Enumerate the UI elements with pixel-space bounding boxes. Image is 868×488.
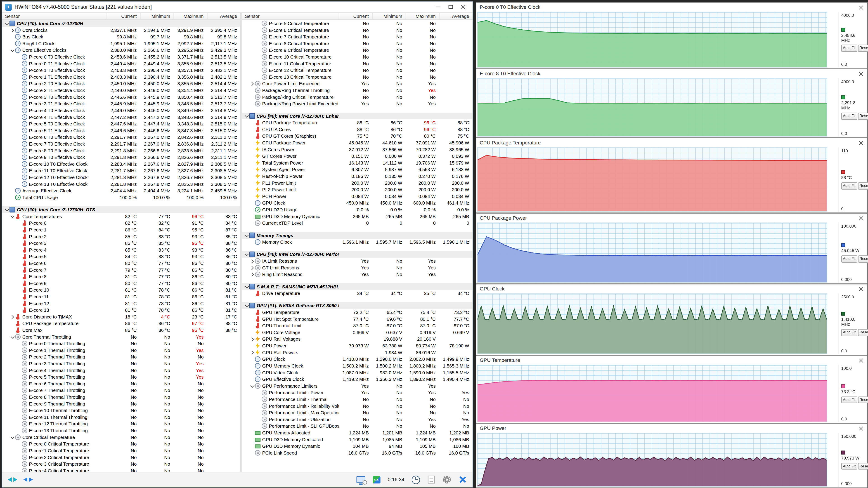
close-icon[interactable] [859,216,864,221]
sensor-row[interactable]: E-core 6 Critical TemperatureNoNoNo [242,27,472,33]
sensor-row[interactable]: P-core 0 T1 Effective Clock2,449.4 MHz2,… [2,60,241,67]
sensor-row[interactable]: GPU Performance LimitersYesNoYes [242,383,472,389]
auto-fit-button[interactable]: Auto Fit [841,255,857,262]
system-summary-button[interactable] [355,474,367,485]
sensor-group-row[interactable]: GPU [#1]: NVIDIA GeForce RTX 3060 Lapt..… [242,302,472,309]
sensor-row[interactable]: GPU Clock450.0 MHz450.0 MHz600.0 MHz461.… [242,200,472,206]
collapse-icon[interactable] [4,207,9,212]
window-titlebar[interactable]: HWiNFO64 v7.40-5000 Sensor Status [221 v… [2,2,472,13]
maximize-button[interactable] [444,3,457,11]
column-header-current[interactable]: Current [339,13,372,20]
graph-titlebar[interactable]: CPU Package Temperature [476,138,867,147]
graph-titlebar[interactable]: GPU Power [476,424,867,433]
sensor-row[interactable]: E-core 10 T0 Effective Clock2,283.4 MHz2… [2,161,241,167]
column-header-minimum[interactable]: Minimum [372,13,406,20]
sensor-row[interactable]: Rest-of-Chip Power0.186 W0.135 W0.270 W0… [242,173,472,180]
sensor-row[interactable]: E-core 8 T0 Effective Clock2,291.8 MHz2,… [2,147,241,154]
sensor-row[interactable]: E-core 1181 °C78 °C86 °C81 °C [2,293,241,300]
reset-button[interactable]: Reset [858,183,868,189]
sensor-group-row[interactable]: Memory Timings [242,232,472,239]
sensor-row[interactable]: P-core 5 Thermal ThrottlingNoNoYes [2,373,241,381]
panel-splitter[interactable] [240,13,242,472]
sensor-row[interactable]: P-core 0 Critical TemperatureNoNoNo [2,441,241,447]
sensor-row[interactable]: E-core 980 °C77 °C86 °C80 °C [2,280,241,287]
sensor-row[interactable]: P-core 4 Thermal ThrottlingNoNoYes [2,367,241,373]
sensor-row[interactable]: Core Distance to TjMAX18 °C4 °C23 °C17 °… [2,314,241,320]
sensor-row[interactable]: GPU Clock1,410.0 MHz1,290.0 MHz2,002.0 M… [242,356,472,363]
column-header-sensor[interactable]: Sensor [242,13,339,20]
sensor-row[interactable]: GPU Memory Allocated1,224 MB1,201 MB1,22… [242,429,472,436]
sensor-row[interactable]: E-core 1381 °C78 °C86 °C81 °C [2,307,241,314]
sensor-row[interactable]: E-core 8 Critical TemperatureNoNoNo [242,40,472,47]
collapse-icon[interactable] [244,113,249,119]
sensor-row[interactable]: IA Limit ReasonsYesNoYes [242,258,472,264]
sensor-row[interactable]: P-core 3 Thermal ThrottlingNoNoYes [2,360,241,367]
sensor-row[interactable]: P-core 2 T1 Effective Clock2,449.0 MHz2,… [2,87,241,94]
sensor-row[interactable]: GPU Core Voltage0.669 V0.637 V0.919 V0.6… [242,329,472,336]
sensor-group-row[interactable]: CPU [#0]: Intel Core i7-12700H [2,20,241,27]
reset-button[interactable]: Reset [858,463,868,470]
sensor-row[interactable]: P-core 186 °C84 °C95 °C87 °C [2,226,241,233]
collapse-icon[interactable] [250,383,255,388]
collapse-icon[interactable] [244,284,249,289]
sensor-row[interactable]: Core Clocks2,337.1 MHz2,194.6 MHz3,291.9… [2,27,241,33]
sensor-row[interactable]: E-core 1081 °C78 °C86 °C81 °C [2,287,241,293]
expand-icon[interactable] [250,81,255,86]
sensor-row[interactable]: E-core 13 Thermal ThrottlingNoNoNo [2,427,241,434]
column-header-minimum[interactable]: Minimum [140,13,174,20]
sensor-row[interactable]: GPU D3D Memory Dedicated1,109 MB1,085 MB… [242,436,472,443]
sensor-group-row[interactable]: CPU [#0]: Intel Core i7-12700H: Performa… [242,251,472,258]
sensor-row[interactable]: P-core 082 °C82 °C91 °C84 °C [2,220,241,226]
collapse-icon[interactable] [244,303,249,308]
sensor-row[interactable]: GPU Memory Clock1,500.2 MHz1,500.2 MHz1,… [242,363,472,369]
sensor-row[interactable]: CPU Package Power45.045 W44.610 W77.091 … [242,139,472,146]
sensor-row[interactable]: E-core 12 T0 Effective Clock2,281.8 MHz2… [2,174,241,181]
sensor-row[interactable]: Current cTDP Level0000 [242,220,472,226]
settings-button[interactable] [441,474,453,485]
sensor-row[interactable]: P-core 5 T0 Effective Clock2,447.6 MHz2,… [2,121,241,127]
close-sensors-button[interactable] [457,474,468,485]
sensor-row[interactable]: P-core 3 Critical TemperatureNoNoNo [2,461,241,467]
sensor-row[interactable]: CPU GT Cores (Graphics)75 °C70 °C80 °C75… [242,133,472,139]
sensor-row[interactable]: E-core 7 T0 Effective Clock2,291.7 MHz2,… [2,140,241,148]
sensor-row[interactable]: P-core 3 T1 Effective Clock2,445.9 MHz2,… [2,100,241,107]
sensor-row[interactable]: P-core 1 Critical TemperatureNoNoNo [2,447,241,454]
sensor-row[interactable]: GPU Rail Powers1.934 W86.016 W [242,349,472,356]
sensor-row[interactable]: CPU IA Cores88 °C86 °C96 °C88 °C [242,126,472,133]
sensor-row[interactable]: P-core 0 T0 Effective Clock2,458.6 MHz2,… [2,54,241,60]
report-button[interactable] [426,474,437,485]
sensor-row[interactable]: Total CPU Usage100.0 %100.0 %100.0 %100.… [2,194,241,201]
sensor-row[interactable]: PCH Power0.084 W0.084 W0.084 W0.084 W [242,193,472,200]
sensors-button[interactable] [371,474,382,485]
collapse-icon[interactable] [10,334,15,339]
close-icon[interactable] [859,71,864,76]
column-header-current[interactable]: Current [106,13,140,20]
sensor-row[interactable]: GPU D3D Memory Dynamic265 MB265 MB265 MB… [242,213,472,220]
sensor-row[interactable]: Memory Clock1,596.1 MHz1,595.7 MHz1,596.… [242,239,472,246]
sensor-row[interactable]: Core Max86 °C86 °C96 °C88 °C [2,327,241,334]
minimize-button[interactable] [431,3,444,11]
sensor-row[interactable]: Package/Ring Power Limit ExceededYesNoYe… [242,100,472,107]
sensor-row[interactable]: P-core 3 T0 Effective Clock2,446.6 MHz2,… [2,94,241,100]
sensor-row[interactable]: E-core 881 °C77 °C86 °C80 °C [2,273,241,280]
sensor-row[interactable]: E-core 11 Critical TemperatureNoNoNo [242,60,472,67]
double-arrow-button-teal[interactable] [7,474,18,485]
sensor-row[interactable]: E-core 12 Thermal ThrottlingNoNoNo [2,420,241,427]
sensor-row[interactable]: Core Critical TemperatureNoNoNo [2,434,241,441]
reset-button[interactable]: Reset [858,112,868,120]
sensor-row[interactable]: P-core 0 Thermal ThrottlingNoNoNo [2,340,241,347]
expand-icon[interactable] [250,272,255,277]
sensor-row[interactable]: Performance Limit - SLI GPUBoost SyncNoN… [242,423,472,429]
sensor-group-row[interactable]: CPU [#0]: Intel Core i7-12700H: Enhanced [242,112,472,119]
reset-button[interactable]: Reset [858,45,868,52]
auto-fit-button[interactable]: Auto Fit [841,329,857,336]
sensor-row[interactable]: Package/Ring Critical TemperatureNoNoNo [242,94,472,100]
sensor-row[interactable]: GT Cores Power0.151 W0.000 W0.372 W0.093… [242,153,472,160]
sensor-row[interactable]: E-core 680 °C77 °C86 °C80 °C [2,260,241,267]
sensor-row[interactable]: Performance Limit - UtilizationNoNoYesYe… [242,416,472,423]
auto-fit-button[interactable]: Auto Fit [841,45,857,52]
graph-titlebar[interactable]: CPU Package Power [476,214,867,222]
sensor-row[interactable]: PL1 Power Limit200.0 W200.0 W200.0 W200.… [242,180,472,186]
collapse-icon[interactable] [10,435,15,440]
sensor-row[interactable]: Performance Limit - PowerYesNoYesYes [242,389,472,396]
